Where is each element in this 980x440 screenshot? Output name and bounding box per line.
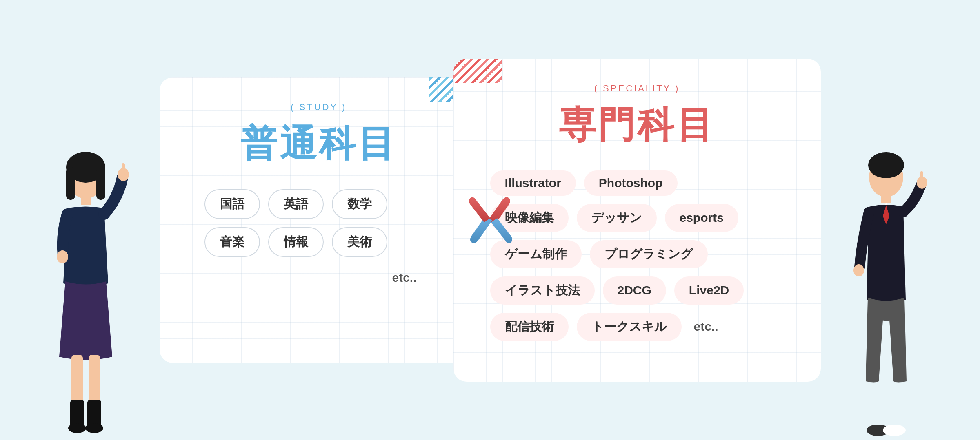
tag-live2d: Live2D (674, 276, 744, 305)
speciality-tags-row-3: ゲーム制作 プログラミング (490, 240, 788, 268)
tag-esports: esports (665, 204, 738, 232)
svg-point-11 (85, 423, 103, 433)
svg-point-21 (883, 425, 906, 436)
speciality-etc: etc.. (690, 313, 722, 341)
speciality-tags-row-2: 映像編集 デッサン esports (490, 204, 788, 232)
svg-rect-6 (71, 355, 83, 404)
tag-programming: プログラミング (590, 240, 708, 268)
tag-ongaku: 音楽 (204, 227, 260, 257)
tag-illustrator: Illustrator (490, 170, 576, 196)
student-right (833, 145, 947, 440)
speciality-tags-row-5: 配信技術 トークスキル etc.. (490, 313, 788, 341)
svg-point-22 (853, 264, 864, 276)
speciality-tags-row-1: Illustrator Photoshop (490, 170, 788, 196)
tag-illust: イラスト技法 (490, 276, 595, 305)
svg-rect-2 (66, 167, 75, 200)
tag-bijutsu: 美術 (332, 227, 387, 257)
speciality-title: 専門科目 (486, 100, 788, 150)
study-tags-row-2: 音楽 情報 美術 (204, 227, 445, 257)
tag-haishin: 配信技術 (490, 313, 569, 341)
center-x-icon (466, 196, 515, 245)
student-left (33, 145, 147, 440)
tag-kokugo: 国語 (204, 189, 260, 219)
study-panel: ( STUDY ) 普通科目 国語 英語 数学 音楽 情報 美術 etc.. (160, 77, 478, 363)
study-tags-row-1: 国語 英語 数学 (204, 189, 445, 219)
svg-point-16 (868, 152, 904, 178)
study-tags-row-3: etc.. (204, 265, 445, 290)
study-label: ( STUDY ) (192, 102, 445, 113)
speciality-stripes (453, 59, 502, 83)
tag-sugaku: 数学 (332, 189, 387, 219)
main-container: ( STUDY ) 普通科目 国語 英語 数学 音楽 情報 美術 etc.. (0, 0, 980, 440)
tag-2dcg: 2DCG (603, 276, 666, 305)
speciality-label: ( SPECIALITY ) (486, 83, 788, 94)
study-etc: etc.. (388, 265, 420, 290)
tag-photoshop: Photoshop (584, 170, 678, 196)
svg-rect-13 (122, 163, 125, 175)
svg-rect-7 (89, 355, 100, 404)
tag-dessan: デッサン (577, 204, 657, 232)
study-tags-area: 国語 英語 数学 音楽 情報 美術 etc.. (192, 189, 445, 290)
tag-joho: 情報 (268, 227, 324, 257)
svg-rect-24 (920, 171, 923, 184)
tag-talk: トークスキル (577, 313, 682, 341)
study-title: 普通科目 (192, 119, 445, 169)
svg-rect-3 (96, 167, 105, 200)
svg-rect-4 (81, 197, 91, 205)
svg-point-14 (57, 250, 68, 263)
tag-eigo: 英語 (268, 189, 324, 219)
svg-point-10 (68, 423, 86, 433)
speciality-tags-area: Illustrator Photoshop 映像編集 デッサン esports … (486, 170, 788, 341)
speciality-corner-deco (453, 59, 502, 83)
svg-rect-17 (881, 195, 891, 203)
speciality-tags-row-4: イラスト技法 2DCG Live2D (490, 276, 788, 305)
